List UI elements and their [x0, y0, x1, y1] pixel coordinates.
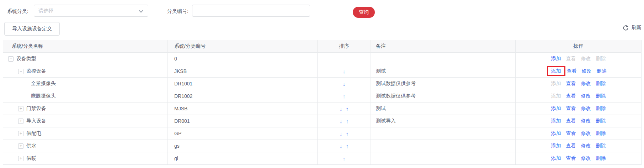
header-sort: 排序 — [318, 40, 371, 52]
table-row: 全景摄像头DR1001↓测试数据仅供参考添加查看修改删除 — [3, 78, 641, 90]
select-placeholder: 请选择 — [38, 8, 53, 14]
edit-link: 修改 — [581, 56, 591, 62]
edit-link[interactable]: 修改 — [581, 118, 591, 124]
add-link[interactable]: 添加 — [551, 130, 561, 137]
tree-indent — [3, 133, 18, 134]
query-button[interactable]: 查询 — [353, 7, 375, 18]
sort-cell: ↓↑ — [318, 140, 371, 152]
tree-indent — [3, 59, 8, 59]
collapse-icon[interactable]: − — [18, 69, 23, 74]
sort-down-icon[interactable]: ↓ — [340, 131, 342, 137]
view-link[interactable]: 查看 — [566, 155, 576, 162]
header-name: 系统/分类名称 — [3, 40, 168, 52]
add-link[interactable]: 添加 — [551, 155, 561, 162]
ops-cell: 添加查看修改删除 — [516, 78, 641, 90]
sort-down-icon[interactable]: ↓ — [340, 106, 342, 112]
system-category-select[interactable]: 请选择 — [34, 5, 148, 17]
delete-link[interactable]: 删除 — [596, 130, 606, 137]
expand-icon[interactable]: + — [18, 119, 23, 124]
sort-cell: ↓↑ — [318, 127, 371, 140]
tree-indent — [3, 109, 18, 109]
sort-cell: ↓ — [318, 65, 371, 77]
code-cell: GP — [168, 127, 318, 140]
expand-icon[interactable]: + — [18, 143, 23, 149]
add-link[interactable]: 添加 — [551, 105, 561, 112]
code-cell: DR1002 — [168, 90, 318, 102]
remark-cell: 测试数据仅供参考 — [371, 78, 516, 90]
edit-link[interactable]: 修改 — [581, 105, 591, 112]
view-link[interactable]: 查看 — [566, 118, 576, 124]
name-cell: +供配电 — [3, 127, 168, 140]
sort-up-icon[interactable]: ↑ — [343, 93, 346, 99]
edit-link[interactable]: 修改 — [581, 80, 591, 87]
ops-cell: 添加查看修改删除 — [516, 115, 641, 127]
refresh-icon[interactable] — [623, 25, 629, 31]
delete-link[interactable]: 删除 — [596, 155, 606, 162]
category-code-label: 分类编号: — [167, 8, 188, 15]
sort-down-icon[interactable]: ↓ — [340, 143, 342, 149]
delete-link[interactable]: 删除 — [596, 105, 606, 112]
sort-up-icon[interactable]: ↑ — [346, 131, 349, 137]
remark-cell: 测试 — [371, 103, 516, 115]
view-link[interactable]: 查看 — [566, 93, 576, 99]
view-link[interactable]: 查看 — [567, 68, 577, 74]
sort-up-icon[interactable]: ↑ — [346, 143, 349, 149]
add-link[interactable]: 添加 — [551, 56, 561, 62]
tree-indent — [3, 71, 18, 72]
code-cell: gs — [168, 140, 318, 152]
header-remark: 备注 — [371, 40, 516, 52]
name-cell: +门禁设备 — [3, 103, 168, 115]
view-link[interactable]: 查看 — [566, 105, 576, 112]
table-row: −设备类型0添加查看修改删除 — [3, 53, 641, 65]
tree-indent — [3, 96, 31, 96]
refresh-label: 刷新 — [632, 25, 642, 31]
edit-link[interactable]: 修改 — [582, 68, 592, 74]
view-link[interactable]: 查看 — [566, 130, 576, 137]
tree-indent — [3, 146, 18, 146]
table-row: +供暖gl↑添加查看修改删除 — [3, 152, 641, 165]
name-cell: +导入设备 — [3, 115, 168, 127]
add-link[interactable]: 添加 — [551, 68, 561, 74]
name-cell: −设备类型 — [3, 53, 168, 65]
sort-up-icon[interactable]: ↑ — [346, 118, 349, 124]
sort-cell: ↓ — [318, 78, 371, 90]
delete-link[interactable]: 删除 — [596, 93, 606, 99]
delete-link[interactable]: 删除 — [596, 118, 606, 124]
category-name: 供水 — [26, 143, 36, 149]
code-cell: DR001 — [168, 115, 318, 127]
edit-link[interactable]: 修改 — [581, 143, 591, 149]
name-cell: 全景摄像头 — [3, 78, 168, 90]
ops-cell: 添加查看修改删除 — [516, 53, 641, 65]
expand-icon[interactable]: + — [18, 131, 23, 136]
expand-icon[interactable]: + — [18, 156, 23, 161]
table-row: +导入设备DR001↓↑测试导入添加查看修改删除 — [3, 115, 641, 127]
delete-link[interactable]: 删除 — [597, 68, 607, 74]
sort-up-icon[interactable]: ↑ — [343, 156, 346, 162]
delete-link[interactable]: 删除 — [596, 80, 606, 87]
name-cell: +供水 — [3, 140, 168, 152]
code-cell: JKSB — [168, 65, 318, 77]
delete-link[interactable]: 删除 — [596, 143, 606, 149]
edit-link[interactable]: 修改 — [581, 93, 591, 99]
sort-down-icon[interactable]: ↓ — [343, 81, 346, 87]
name-cell: 鹰眼摄像头 — [3, 90, 168, 102]
sort-down-icon[interactable]: ↓ — [340, 118, 342, 124]
import-definition-button[interactable]: 导入设施设备定义 — [4, 22, 60, 36]
ops-cell: 添加查看修改删除 — [516, 103, 641, 115]
add-link[interactable]: 添加 — [551, 118, 561, 124]
sort-up-icon[interactable]: ↑ — [346, 106, 349, 112]
ops-cell: 添加查看修改删除 — [516, 90, 641, 102]
category-code-input[interactable] — [192, 5, 310, 17]
collapse-icon[interactable]: − — [8, 56, 14, 62]
edit-link[interactable]: 修改 — [581, 130, 591, 137]
sort-cell: ↓↑ — [318, 115, 371, 127]
view-link[interactable]: 查看 — [566, 143, 576, 149]
add-link[interactable]: 添加 — [551, 143, 561, 149]
view-link[interactable]: 查看 — [566, 80, 576, 87]
expand-icon[interactable]: + — [18, 106, 23, 111]
edit-link[interactable]: 修改 — [581, 155, 591, 162]
sort-down-icon[interactable]: ↓ — [343, 68, 346, 74]
tree-indent — [3, 84, 31, 84]
category-name: 鹰眼摄像头 — [31, 93, 56, 99]
refresh-control[interactable]: 刷新 — [623, 25, 642, 31]
